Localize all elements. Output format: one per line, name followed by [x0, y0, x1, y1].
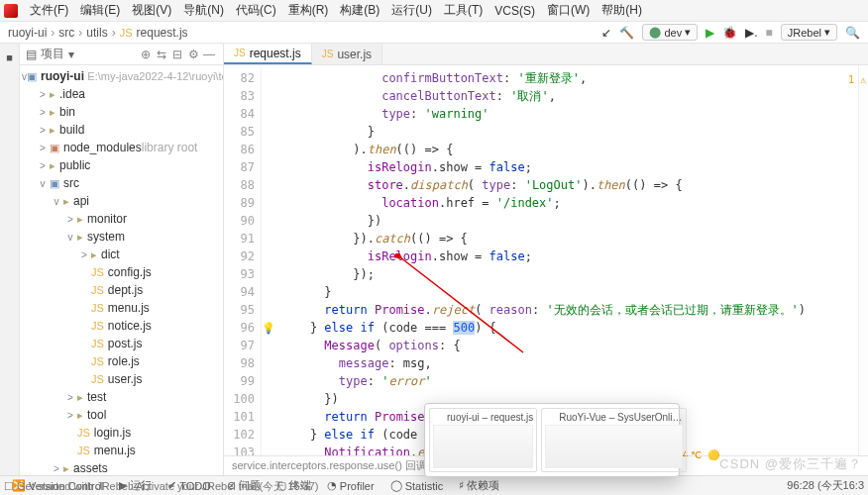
menu-code[interactable]: 代码(C) [230, 2, 282, 19]
js-file-icon: JS [91, 302, 104, 314]
left-tool-gutter: ■ [0, 44, 20, 475]
crumb-separator-icon: › [112, 26, 116, 40]
js-file-icon: JS [120, 27, 133, 39]
error-stripe[interactable] [858, 65, 868, 455]
expand-all-icon[interactable]: ⇆ [154, 48, 169, 61]
tree-row[interactable]: v▸system [20, 228, 223, 246]
dropdown-icon[interactable]: ▾ [68, 48, 74, 61]
tree-row[interactable]: v▸api [20, 192, 223, 210]
tree-row[interactable]: JSrole.js [20, 352, 223, 370]
tree-row[interactable]: JSnotice.js [20, 317, 223, 335]
menu-tools[interactable]: 工具(T) [438, 2, 488, 19]
crumb-project[interactable]: ruoyi-ui [8, 26, 47, 40]
menu-file[interactable]: 文件(F) [24, 2, 74, 19]
crumb-src[interactable]: src [58, 26, 74, 40]
project-panel-header: ▤项目 ▾ ⊕ ⇆ ⊟ ⚙ — [20, 44, 223, 65]
js-file-icon: JS [77, 445, 90, 456]
inspection-badge[interactable]: 1 ⚠ [848, 71, 866, 89]
project-panel-title: 项目 [41, 46, 64, 62]
tree-row[interactable]: >▸assets [20, 459, 223, 475]
js-file-icon: JS [91, 373, 104, 385]
tab-request-js[interactable]: JSrequest.js [224, 44, 312, 64]
intention-bulb-icon[interactable]: 💡 [262, 322, 275, 335]
toolwin-statistic[interactable]: ◯ Statistic [382, 479, 452, 492]
crumb-file[interactable]: request.js [137, 26, 188, 40]
folder-icon: ▸ [50, 106, 55, 119]
js-file-icon: JS [234, 48, 246, 58]
status-caret-pos: 96:28 (今天16:3 [787, 478, 864, 493]
crumb-separator-icon: › [51, 26, 54, 40]
jrebel-button[interactable]: JRebel ▾ [781, 24, 837, 41]
project-panel: ▤项目 ▾ ⊕ ⇆ ⊟ ⚙ — v▣ ruoyi-ui E:\my-java20… [20, 44, 224, 475]
project-tool-tab[interactable]: ■ [2, 46, 18, 69]
menu-edit[interactable]: 编辑(E) [74, 2, 126, 19]
select-opened-icon[interactable]: ⊕ [138, 48, 154, 61]
task-thumb-2[interactable]: RuoYi-Vue – SysUserOnli… [541, 408, 686, 472]
js-file-icon: JS [91, 355, 104, 367]
toolwin-deps[interactable]: ♯ 依赖项 [451, 478, 507, 493]
tree-row[interactable]: >▸tool [20, 406, 223, 424]
tree-row[interactable]: >▸build [20, 121, 223, 139]
tree-row[interactable]: >▸bin [20, 103, 223, 121]
tree-row[interactable]: >▸.idea [20, 85, 223, 103]
code-content[interactable]: confirmButtonText: '重新登录', cancelButtonT… [275, 65, 868, 455]
project-tree[interactable]: v▣ ruoyi-ui E:\my-java2022-4-12\ruoyi\te… [20, 65, 223, 475]
tree-row[interactable]: JSmenu.js [20, 299, 223, 317]
tree-row[interactable]: JSdept.js [20, 281, 223, 299]
tree-row[interactable]: JSmenu.js [20, 442, 223, 459]
code-editor[interactable]: 8283848586878889909192939495969798991001… [224, 65, 868, 455]
chrome-icon[interactable]: 🟡 [707, 449, 719, 460]
tree-row[interactable]: JSpost.js [20, 335, 223, 352]
run-config-select[interactable]: ⬤dev ▾ [642, 24, 698, 41]
run-icon[interactable]: ▶ [705, 26, 714, 40]
taskbar-preview[interactable]: ruoyi-ui – request.js RuoYi-Vue – SysUse… [424, 403, 680, 477]
hide-icon[interactable]: — [201, 48, 217, 61]
tree-row[interactable]: JSlogin.js [20, 424, 223, 442]
task-thumb-1[interactable]: ruoyi-ui – request.js [429, 408, 537, 472]
crumb-utils[interactable]: utils [86, 26, 107, 40]
menu-build[interactable]: 构建(B) [334, 2, 385, 19]
tree-row[interactable]: >▸test [20, 388, 223, 406]
app-logo-icon [545, 413, 555, 423]
search-icon[interactable]: 🔍 [845, 26, 860, 40]
folder-icon: ▸ [63, 462, 69, 475]
debug-icon[interactable]: 🐞 [722, 26, 737, 40]
stop-icon[interactable]: ■ [766, 26, 773, 40]
settings-icon[interactable]: ⚙ [185, 48, 201, 61]
coverage-icon[interactable]: ▶. [745, 26, 757, 40]
folder-icon: ▸ [77, 231, 83, 244]
build-icon[interactable]: 🔨 [619, 26, 634, 40]
menu-vcs[interactable]: VCS(S) [488, 4, 541, 18]
folder-icon: ▸ [77, 391, 83, 404]
menu-navigate[interactable]: 导航(N) [177, 2, 230, 19]
tree-row[interactable]: v▣src [20, 174, 223, 192]
tree-row[interactable]: JSuser.js [20, 370, 223, 388]
js-file-icon: JS [91, 266, 104, 278]
tree-root[interactable]: v▣ ruoyi-ui E:\my-java2022-4-12\ruoyi\te… [20, 67, 223, 85]
add-config-icon[interactable]: ↙ [601, 26, 611, 40]
folder-icon: ▸ [77, 409, 83, 422]
collapse-all-icon[interactable]: ⊟ [169, 48, 185, 61]
tree-row[interactable]: >▸dict [20, 246, 223, 263]
folder-icon: ▸ [50, 124, 55, 137]
status-message: ☐ Get started with JRebel: Activate your… [4, 479, 319, 494]
tab-user-js[interactable]: JSuser.js [312, 44, 382, 64]
tree-row[interactable]: JSconfig.js [20, 263, 223, 281]
tree-row[interactable]: >▸public [20, 156, 223, 174]
menu-run[interactable]: 运行(U) [385, 2, 438, 19]
folder-icon: ▸ [50, 88, 55, 101]
menu-refactor[interactable]: 重构(R) [282, 2, 335, 19]
watermark-text: CSDN @爱你三千遍？ [719, 455, 862, 473]
menu-window[interactable]: 窗口(W) [541, 2, 596, 19]
tree-row[interactable]: >▸monitor [20, 210, 223, 228]
menubar: 文件(F) 编辑(E) 视图(V) 导航(N) 代码(C) 重构(R) 构建(B… [0, 0, 868, 22]
menu-view[interactable]: 视图(V) [126, 2, 177, 19]
folder-icon: ▸ [63, 195, 69, 208]
folder-icon: ▸ [91, 248, 97, 261]
folder-icon: ▣ [50, 177, 59, 190]
js-file-icon: JS [91, 284, 104, 296]
toolwin-profiler[interactable]: ◔ Profiler [319, 479, 382, 492]
js-file-icon: JS [91, 338, 104, 349]
tree-row[interactable]: >▣node_modules library root [20, 139, 223, 156]
menu-help[interactable]: 帮助(H) [596, 2, 648, 19]
